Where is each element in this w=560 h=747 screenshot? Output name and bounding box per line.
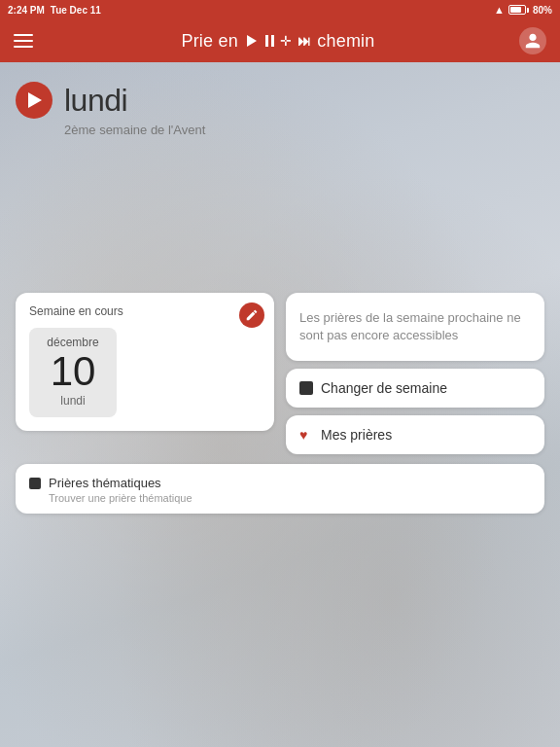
battery-percent: 80%: [533, 5, 552, 16]
changer-semaine-label: Changer de semaine: [321, 380, 447, 396]
calendar-small-icon: [299, 381, 313, 395]
edit-button[interactable]: [239, 302, 264, 328]
calendar-day: 10: [45, 351, 101, 392]
bottom-card-title-row: Prières thématiques: [29, 476, 531, 490]
info-card-text: Les prières de la semaine prochaine ne s…: [299, 309, 531, 344]
status-date: Tue Dec 11: [51, 5, 101, 16]
calendar-card: Semaine en cours décembre 10 lundi: [16, 293, 274, 431]
user-profile-button[interactable]: [519, 27, 546, 54]
play-triangle-icon: [28, 92, 42, 108]
mes-prieres-label: Mes prières: [321, 427, 392, 443]
heart-icon: ♥: [299, 428, 313, 442]
pause-icon: [265, 35, 274, 47]
day-header: lundi: [16, 82, 544, 119]
theme-icon: [29, 478, 41, 489]
prieres-thematiques-title: Prières thématiques: [49, 476, 161, 490]
main-content: lundi 2ème semaine de l'Avent Semaine en…: [0, 62, 560, 533]
play-icon: [244, 33, 260, 49]
mes-prieres-card[interactable]: ♥ Mes prières: [286, 415, 544, 454]
header-title: Prie en ✛ ⏭ chemin: [181, 31, 374, 52]
menu-button[interactable]: [14, 29, 37, 53]
header-title-prefix: Prie en: [181, 31, 237, 52]
day-name: lundi: [64, 83, 127, 119]
cards-section: Semaine en cours décembre 10 lundi Les p…: [16, 293, 544, 454]
prieres-thematiques-subtitle: Trouver une prière thématique: [49, 492, 531, 504]
wifi-icon: ▲: [494, 4, 505, 16]
calendar-date-box: décembre 10 lundi: [29, 328, 117, 417]
right-column: Les prières de la semaine prochaine ne s…: [286, 293, 544, 454]
app-header: Prie en ✛ ⏭ chemin: [0, 19, 560, 62]
status-time: 2:24 PM: [8, 5, 45, 16]
play-day-button[interactable]: [16, 82, 52, 119]
left-column: Semaine en cours décembre 10 lundi: [16, 293, 274, 454]
user-icon: [524, 32, 542, 50]
calendar-month: décembre: [45, 336, 101, 349]
battery-icon: [508, 5, 529, 15]
calendar-card-label: Semaine en cours: [29, 304, 261, 318]
info-card: Les prières de la semaine prochaine ne s…: [286, 293, 544, 361]
status-right: ▲ 80%: [494, 4, 552, 16]
cross-icon: ✛: [280, 33, 292, 49]
forward-icon: ⏭: [298, 33, 311, 49]
week-subtitle: 2ème semaine de l'Avent: [64, 123, 544, 137]
changer-semaine-card[interactable]: Changer de semaine: [286, 369, 544, 408]
prieres-thematiques-card[interactable]: Prières thématiques Trouver une prière t…: [16, 464, 544, 514]
status-bar: 2:24 PM Tue Dec 11 ▲ 80%: [0, 0, 560, 19]
calendar-weekday: lundi: [45, 394, 101, 408]
status-left: 2:24 PM Tue Dec 11: [8, 5, 101, 16]
header-title-suffix: chemin: [317, 31, 374, 52]
edit-icon: [245, 308, 259, 322]
